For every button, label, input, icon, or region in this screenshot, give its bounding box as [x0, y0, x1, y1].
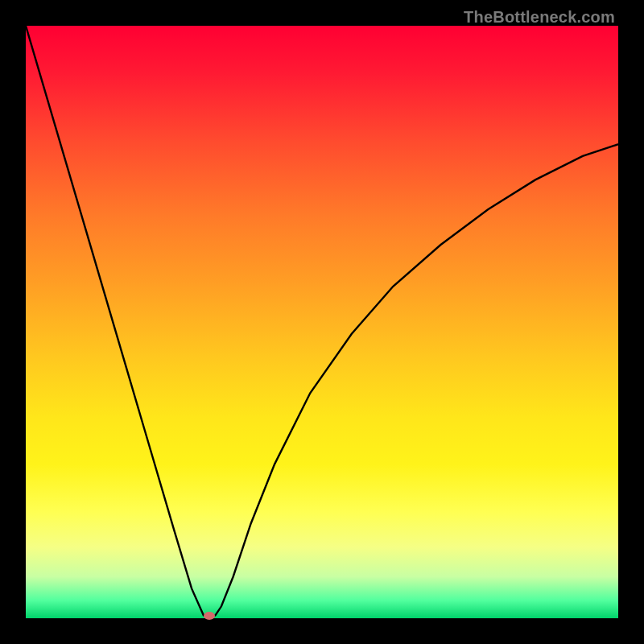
bottleneck-curve: [26, 26, 618, 618]
curve-layer: [26, 26, 618, 618]
chart-container: TheBottleneck.com: [0, 0, 644, 644]
watermark-text: TheBottleneck.com: [464, 8, 615, 27]
curve-svg: [26, 26, 618, 618]
minimum-marker: [204, 612, 215, 620]
